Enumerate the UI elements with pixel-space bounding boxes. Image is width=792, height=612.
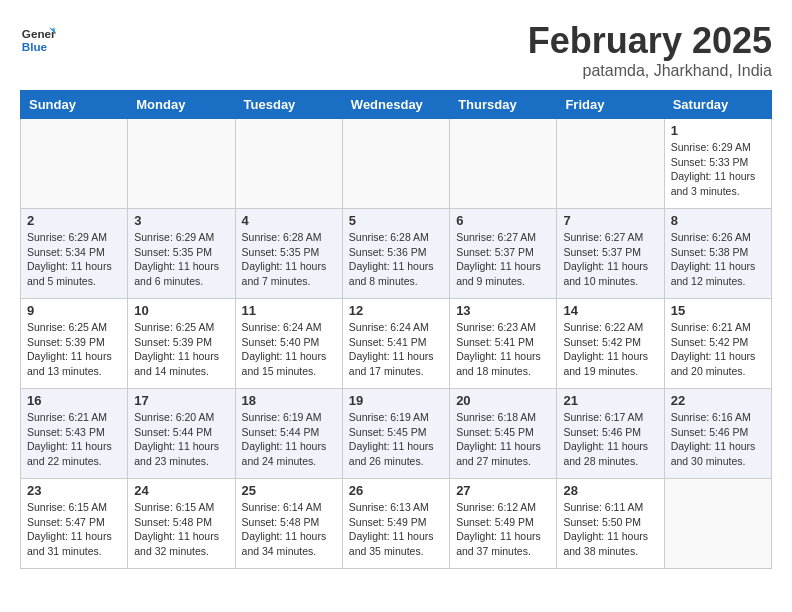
calendar-day-cell: 27Sunrise: 6:12 AM Sunset: 5:49 PM Dayli… [450,479,557,569]
day-number: 12 [349,303,443,318]
day-info: Sunrise: 6:29 AM Sunset: 5:35 PM Dayligh… [134,230,228,289]
day-info: Sunrise: 6:19 AM Sunset: 5:45 PM Dayligh… [349,410,443,469]
day-number: 17 [134,393,228,408]
calendar-day-cell: 26Sunrise: 6:13 AM Sunset: 5:49 PM Dayli… [342,479,449,569]
calendar-day-cell [128,119,235,209]
day-info: Sunrise: 6:24 AM Sunset: 5:41 PM Dayligh… [349,320,443,379]
calendar-day-cell: 24Sunrise: 6:15 AM Sunset: 5:48 PM Dayli… [128,479,235,569]
day-number: 23 [27,483,121,498]
day-number: 10 [134,303,228,318]
day-number: 24 [134,483,228,498]
day-number: 13 [456,303,550,318]
calendar-day-cell: 2Sunrise: 6:29 AM Sunset: 5:34 PM Daylig… [21,209,128,299]
day-number: 11 [242,303,336,318]
calendar-day-cell: 13Sunrise: 6:23 AM Sunset: 5:41 PM Dayli… [450,299,557,389]
calendar-table: SundayMondayTuesdayWednesdayThursdayFrid… [20,90,772,569]
day-number: 27 [456,483,550,498]
calendar-day-cell: 18Sunrise: 6:19 AM Sunset: 5:44 PM Dayli… [235,389,342,479]
day-info: Sunrise: 6:29 AM Sunset: 5:33 PM Dayligh… [671,140,765,199]
calendar-day-cell: 21Sunrise: 6:17 AM Sunset: 5:46 PM Dayli… [557,389,664,479]
logo: General Blue [20,20,56,56]
calendar-day-cell: 20Sunrise: 6:18 AM Sunset: 5:45 PM Dayli… [450,389,557,479]
day-info: Sunrise: 6:22 AM Sunset: 5:42 PM Dayligh… [563,320,657,379]
day-info: Sunrise: 6:15 AM Sunset: 5:47 PM Dayligh… [27,500,121,559]
calendar-title: February 2025 [528,20,772,62]
day-info: Sunrise: 6:19 AM Sunset: 5:44 PM Dayligh… [242,410,336,469]
calendar-day-cell: 3Sunrise: 6:29 AM Sunset: 5:35 PM Daylig… [128,209,235,299]
calendar-day-cell: 25Sunrise: 6:14 AM Sunset: 5:48 PM Dayli… [235,479,342,569]
day-number: 21 [563,393,657,408]
day-number: 22 [671,393,765,408]
calendar-week-row: 2Sunrise: 6:29 AM Sunset: 5:34 PM Daylig… [21,209,772,299]
calendar-day-cell: 28Sunrise: 6:11 AM Sunset: 5:50 PM Dayli… [557,479,664,569]
calendar-day-cell: 4Sunrise: 6:28 AM Sunset: 5:35 PM Daylig… [235,209,342,299]
calendar-day-cell: 14Sunrise: 6:22 AM Sunset: 5:42 PM Dayli… [557,299,664,389]
day-info: Sunrise: 6:14 AM Sunset: 5:48 PM Dayligh… [242,500,336,559]
day-number: 20 [456,393,550,408]
day-info: Sunrise: 6:12 AM Sunset: 5:49 PM Dayligh… [456,500,550,559]
weekday-header-wednesday: Wednesday [342,91,449,119]
calendar-day-cell: 10Sunrise: 6:25 AM Sunset: 5:39 PM Dayli… [128,299,235,389]
weekday-header-saturday: Saturday [664,91,771,119]
calendar-day-cell: 7Sunrise: 6:27 AM Sunset: 5:37 PM Daylig… [557,209,664,299]
page-header: General Blue February 2025 patamda, Jhar… [20,20,772,80]
day-number: 7 [563,213,657,228]
calendar-day-cell: 11Sunrise: 6:24 AM Sunset: 5:40 PM Dayli… [235,299,342,389]
day-info: Sunrise: 6:25 AM Sunset: 5:39 PM Dayligh… [27,320,121,379]
day-number: 1 [671,123,765,138]
day-number: 28 [563,483,657,498]
calendar-day-cell [557,119,664,209]
calendar-day-cell: 22Sunrise: 6:16 AM Sunset: 5:46 PM Dayli… [664,389,771,479]
day-number: 6 [456,213,550,228]
calendar-day-cell: 17Sunrise: 6:20 AM Sunset: 5:44 PM Dayli… [128,389,235,479]
weekday-header-row: SundayMondayTuesdayWednesdayThursdayFrid… [21,91,772,119]
day-info: Sunrise: 6:28 AM Sunset: 5:36 PM Dayligh… [349,230,443,289]
calendar-day-cell [235,119,342,209]
day-info: Sunrise: 6:21 AM Sunset: 5:43 PM Dayligh… [27,410,121,469]
day-number: 14 [563,303,657,318]
day-info: Sunrise: 6:13 AM Sunset: 5:49 PM Dayligh… [349,500,443,559]
day-info: Sunrise: 6:20 AM Sunset: 5:44 PM Dayligh… [134,410,228,469]
calendar-day-cell: 5Sunrise: 6:28 AM Sunset: 5:36 PM Daylig… [342,209,449,299]
calendar-day-cell: 1Sunrise: 6:29 AM Sunset: 5:33 PM Daylig… [664,119,771,209]
weekday-header-sunday: Sunday [21,91,128,119]
day-info: Sunrise: 6:25 AM Sunset: 5:39 PM Dayligh… [134,320,228,379]
logo-icon: General Blue [20,20,56,56]
calendar-day-cell: 9Sunrise: 6:25 AM Sunset: 5:39 PM Daylig… [21,299,128,389]
day-info: Sunrise: 6:16 AM Sunset: 5:46 PM Dayligh… [671,410,765,469]
day-info: Sunrise: 6:27 AM Sunset: 5:37 PM Dayligh… [456,230,550,289]
day-info: Sunrise: 6:24 AM Sunset: 5:40 PM Dayligh… [242,320,336,379]
weekday-header-friday: Friday [557,91,664,119]
day-info: Sunrise: 6:15 AM Sunset: 5:48 PM Dayligh… [134,500,228,559]
calendar-subtitle: patamda, Jharkhand, India [528,62,772,80]
day-number: 5 [349,213,443,228]
day-info: Sunrise: 6:27 AM Sunset: 5:37 PM Dayligh… [563,230,657,289]
day-number: 19 [349,393,443,408]
calendar-day-cell [664,479,771,569]
calendar-week-row: 1Sunrise: 6:29 AM Sunset: 5:33 PM Daylig… [21,119,772,209]
day-info: Sunrise: 6:21 AM Sunset: 5:42 PM Dayligh… [671,320,765,379]
day-info: Sunrise: 6:18 AM Sunset: 5:45 PM Dayligh… [456,410,550,469]
calendar-day-cell: 19Sunrise: 6:19 AM Sunset: 5:45 PM Dayli… [342,389,449,479]
day-number: 26 [349,483,443,498]
day-number: 16 [27,393,121,408]
calendar-day-cell: 6Sunrise: 6:27 AM Sunset: 5:37 PM Daylig… [450,209,557,299]
day-info: Sunrise: 6:17 AM Sunset: 5:46 PM Dayligh… [563,410,657,469]
calendar-day-cell [21,119,128,209]
day-number: 8 [671,213,765,228]
day-number: 2 [27,213,121,228]
calendar-day-cell: 15Sunrise: 6:21 AM Sunset: 5:42 PM Dayli… [664,299,771,389]
svg-text:Blue: Blue [22,40,48,53]
title-area: February 2025 patamda, Jharkhand, India [528,20,772,80]
weekday-header-thursday: Thursday [450,91,557,119]
calendar-day-cell [450,119,557,209]
day-info: Sunrise: 6:23 AM Sunset: 5:41 PM Dayligh… [456,320,550,379]
calendar-day-cell: 12Sunrise: 6:24 AM Sunset: 5:41 PM Dayli… [342,299,449,389]
calendar-week-row: 9Sunrise: 6:25 AM Sunset: 5:39 PM Daylig… [21,299,772,389]
calendar-week-row: 23Sunrise: 6:15 AM Sunset: 5:47 PM Dayli… [21,479,772,569]
day-info: Sunrise: 6:29 AM Sunset: 5:34 PM Dayligh… [27,230,121,289]
day-number: 18 [242,393,336,408]
day-number: 25 [242,483,336,498]
calendar-week-row: 16Sunrise: 6:21 AM Sunset: 5:43 PM Dayli… [21,389,772,479]
calendar-day-cell [342,119,449,209]
